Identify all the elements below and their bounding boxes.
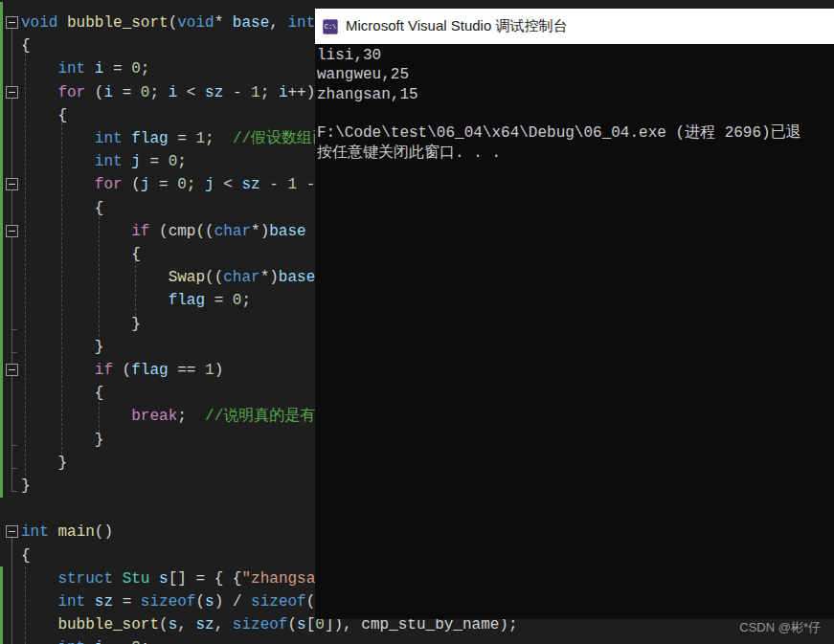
console-title: Microsoft Visual Studio 调试控制台 <box>346 17 567 35</box>
minus-glyph <box>9 231 15 232</box>
code-text: { <box>21 197 103 220</box>
fold-toggle-icon[interactable] <box>6 525 18 538</box>
code-text: flag = 0; <box>21 289 251 312</box>
screen: void bubble_sort(void* base, int sz, int… <box>0 0 834 644</box>
code-text: { <box>21 544 31 567</box>
code-text: int i = 0; <box>21 57 149 80</box>
debug-console-window[interactable]: C:\ Microsoft Visual Studio 调试控制台 lisi,3… <box>315 9 834 619</box>
console-output-line: 按任意键关闭此窗口. . . <box>317 144 834 163</box>
code-text: if (flag == 1) <box>21 359 223 382</box>
minus-glyph <box>9 184 15 185</box>
code-text: } <box>21 313 141 336</box>
code-text: } <box>21 429 103 452</box>
fold-toggle-icon[interactable] <box>6 225 18 237</box>
code-text: } <box>21 452 67 475</box>
code-line[interactable]: int i = 0; <box>0 636 834 644</box>
csdn-watermark: CSDN @彬*仔 <box>739 619 821 636</box>
console-output-line: lisi,30 <box>317 46 834 65</box>
fold-toggle-icon[interactable] <box>6 16 18 29</box>
fold-toggle-icon[interactable] <box>6 178 18 190</box>
code-text: int j = 0; <box>21 150 187 173</box>
code-text: int main() <box>21 521 113 544</box>
console-titlebar[interactable]: C:\ Microsoft Visual Studio 调试控制台 <box>315 9 834 44</box>
console-output: lisi,30wangweu,25zhangsan,15F:\Code\test… <box>315 44 834 619</box>
console-output-line: F:\Code\test\06_04\x64\Debug\06_04.exe (… <box>317 123 834 143</box>
code-text: { <box>21 382 103 405</box>
code-text: { <box>21 243 141 266</box>
code-text: break; //说明真的是有序的 <box>21 405 346 428</box>
console-icon[interactable]: C:\ <box>323 19 338 34</box>
minus-glyph <box>9 92 15 93</box>
console-output-line <box>317 104 834 123</box>
minus-glyph <box>9 369 15 370</box>
code-text: } <box>21 336 103 359</box>
console-output-line: wangweu,25 <box>317 65 834 84</box>
fold-toggle-icon[interactable] <box>6 364 18 376</box>
code-text: { <box>21 34 31 57</box>
code-text: int i = 0; <box>21 636 149 644</box>
code-text: for (i = 0; i < sz - 1; i++) <box>21 81 315 104</box>
code-text: } <box>21 475 31 498</box>
minus-glyph <box>9 531 15 532</box>
minus-glyph <box>9 22 15 23</box>
code-text: { <box>21 104 67 127</box>
fold-toggle-icon[interactable] <box>6 86 18 99</box>
console-output-line: zhangsan,15 <box>317 85 834 104</box>
